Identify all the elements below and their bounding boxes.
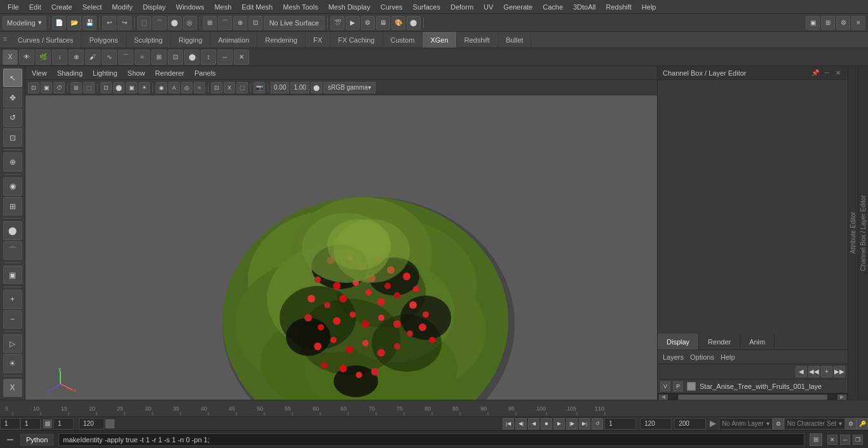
vp-shading-menu[interactable]: Shading (55, 69, 85, 77)
sculpt-brush[interactable]: ⌒ (3, 241, 22, 260)
tab-sculpting[interactable]: Sculpting (126, 32, 171, 48)
menu-uv[interactable]: UV (478, 2, 498, 12)
play-back-btn[interactable]: ◀ (528, 418, 539, 430)
layer-color-swatch[interactable] (687, 382, 696, 391)
menu-file[interactable]: File (3, 2, 24, 12)
next-frame-btn[interactable]: |▶ (566, 418, 578, 430)
add-attr[interactable]: + (3, 290, 22, 308)
tab-animation[interactable]: Animation (210, 32, 257, 48)
xgen-arrow-btn[interactable]: ↓ (52, 50, 67, 65)
vp-show-menu[interactable]: Show (125, 69, 148, 77)
menu-cache[interactable]: Cache (538, 2, 568, 12)
command-line-input[interactable]: makeIdentity -apply true -t 1 -r 1 -s 1 … (58, 433, 804, 446)
play-fwd-btn[interactable]: ▶ (553, 418, 565, 430)
vp-time-btn[interactable]: ⏱ (53, 82, 65, 93)
vp-cam2-btn[interactable]: 📷 (254, 82, 265, 93)
vp-gamma-field[interactable]: 0.00 (271, 82, 289, 93)
xgen-noise-btn[interactable]: ≈ (135, 50, 150, 65)
no-character-set-dropdown[interactable]: No Character Set ▾ (784, 418, 845, 430)
xgen-density-btn[interactable]: ⬤ (184, 50, 200, 65)
python-tab[interactable]: Python (20, 434, 53, 445)
menu-redshift[interactable]: Redshift (600, 2, 636, 12)
tabs-left-icon[interactable]: ≡ (0, 32, 10, 46)
character-set-settings-btn[interactable]: ⚙ (845, 418, 857, 430)
panel-close-icon[interactable]: ✕ (834, 69, 843, 78)
attr-editor-btn[interactable]: ⊞ (821, 16, 835, 30)
vp-colorspace-dropdown[interactable]: sRGB gamma ▾ (323, 82, 376, 93)
color-btn[interactable]: 🎨 (391, 16, 405, 30)
ipr-btn[interactable]: ▶ (346, 16, 360, 30)
scale-tool[interactable]: ⊡ (3, 128, 22, 147)
goto-start-btn[interactable]: |◀ (503, 418, 514, 430)
vp-tex-btn[interactable]: ▣ (126, 82, 137, 93)
render-btn[interactable]: 🎬 (330, 16, 344, 30)
tab-redshift[interactable]: Redshift (457, 32, 498, 48)
layer-prev-btn[interactable]: ◀ (796, 366, 807, 377)
vp-exposure-field[interactable]: 1.00 (290, 82, 309, 93)
xgen-delete-btn[interactable]: ✕ (234, 50, 249, 65)
rotate-tool[interactable]: ↺ (3, 109, 22, 127)
xgen-spline-btn[interactable]: ∿ (102, 50, 117, 65)
win-close-btn[interactable]: ✕ (827, 435, 837, 445)
tab-curves-surfaces[interactable]: Curves / Surfaces (10, 32, 81, 48)
snap-point-btn[interactable]: ⊕ (233, 16, 247, 30)
timeline[interactable]: 5 10 15 20 25 30 35 40 45 50 5 (0, 400, 868, 416)
tab-anim[interactable]: Anim (740, 334, 775, 350)
frame-field-3[interactable]: 1 (53, 418, 74, 430)
tab-display[interactable]: Display (658, 334, 699, 350)
select-tool[interactable]: ↖ (3, 69, 22, 87)
xgen-logo-btn[interactable]: X (3, 379, 22, 397)
subnav-layers[interactable]: Layers (663, 353, 684, 361)
menu-generate[interactable]: Generate (498, 2, 538, 12)
vp-aa-btn[interactable]: A (168, 82, 180, 93)
vp-grid-btn[interactable]: ⊞ (71, 82, 82, 93)
xgen-length-btn[interactable]: ↕ (201, 50, 216, 65)
universal-manip[interactable]: ⊕ (3, 153, 22, 171)
vp-ssao-btn[interactable]: ◉ (156, 82, 167, 93)
minus-attr[interactable]: − (3, 310, 22, 329)
snap-grid-btn[interactable]: ⊞ (203, 16, 217, 30)
tab-fx-caching[interactable]: FX Caching (330, 32, 383, 48)
snap-view-btn[interactable]: ⊡ (248, 16, 262, 30)
subnav-help[interactable]: Help (721, 353, 735, 361)
command-icon-btn[interactable]: ⊞ (810, 433, 822, 446)
panel-minimize-icon[interactable]: ─ (822, 69, 831, 78)
menu-display[interactable]: Display (138, 2, 171, 12)
playback-speed-field[interactable]: 1 (604, 418, 636, 430)
xgen-layer-btn[interactable]: ⊞ (151, 50, 166, 65)
stop-btn[interactable]: ■ (541, 418, 552, 430)
menu-3dtoall[interactable]: 3DtoAll (568, 2, 600, 12)
tab-bullet[interactable]: Bullet (498, 32, 532, 48)
xgen-point-btn[interactable]: ⊕ (69, 50, 84, 65)
scrollbar-left-arrow[interactable]: ◀ (659, 395, 668, 400)
tab-polygons[interactable]: Polygons (81, 32, 126, 48)
xgen-width-btn[interactable]: ↔ (217, 50, 233, 65)
vp-renderer-menu[interactable]: Renderer (153, 69, 187, 77)
xgen-brush-btn[interactable]: 🖌 (85, 50, 100, 65)
vp-hud-btn[interactable]: ⬚ (83, 82, 95, 93)
layer-visibility-btn[interactable]: V (660, 381, 670, 391)
vp-cam-btn[interactable]: ⊡ (28, 82, 39, 93)
layer-playback-btn[interactable]: P (673, 381, 683, 391)
end-frame-display[interactable]: 120 (79, 418, 104, 430)
win-minimize-btn[interactable]: ─ (840, 435, 850, 445)
workspace-dropdown[interactable]: Modeling ▾ (3, 16, 46, 30)
total-frames-field[interactable]: 200 (674, 418, 706, 430)
tab-rendering[interactable]: Rendering (257, 32, 306, 48)
render2-btn[interactable]: ⬤ (407, 16, 421, 30)
resolution-btn[interactable]: 🖥 (376, 16, 390, 30)
channel-box-tab[interactable]: Channel Box / Layer Editor (858, 66, 868, 400)
vp-shade-btn[interactable]: ⬤ (113, 82, 125, 93)
layers-scrollbar[interactable]: ◀ ▶ (658, 393, 848, 400)
vp-light-btn[interactable]: ☀ (139, 82, 150, 93)
viewport-3d[interactable]: x y z persp (25, 95, 657, 400)
vp-motion-btn[interactable]: ≈ (194, 82, 205, 93)
outliner-btn[interactable]: ≡ (851, 16, 865, 30)
soft-select-btn[interactable]: ◎ (183, 16, 197, 30)
save-file-btn[interactable]: 💾 (83, 16, 97, 30)
xgen-curl-btn[interactable]: ⌒ (118, 50, 133, 65)
vp-xray-btn[interactable]: X (224, 82, 235, 93)
vp-panels-menu[interactable]: Panels (192, 69, 219, 77)
scrollbar-thumb[interactable] (678, 395, 827, 400)
menu-help[interactable]: Help (637, 2, 661, 12)
